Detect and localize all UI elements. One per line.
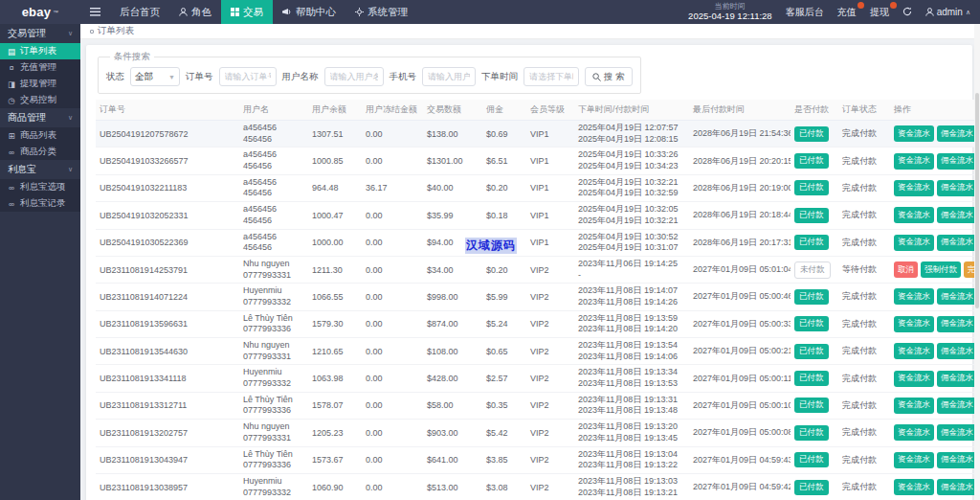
order-no-input[interactable] [219,67,277,86]
customer-service-link[interactable]: 客服后台 [786,6,824,19]
table-header-row: 订单号用户名用户余额用户冻结金额交易数额佣金会员等级下单时间/付款时间最后付款时… [96,100,980,121]
table-row: UB2311081913341118 Huyenmiu0777993332 10… [96,365,980,392]
commission-flow-button[interactable]: 佣金流水 [937,452,977,468]
withdraw-link[interactable]: 提现 [870,6,889,19]
sidebar-item-withdraw-management[interactable]: ◨ 提现管理 [0,76,80,92]
cell-commission: $6.51 [482,148,526,174]
cell-order-id: UB2504191207578672 [96,121,239,148]
funds-flow-button[interactable]: 资金流水 [894,125,934,142]
funds-flow-button[interactable]: 资金流水 [894,424,934,441]
cell-user-balance: 1000.47 [308,202,362,229]
cell-user-balance: 1211.30 [308,256,362,283]
funds-flow-button[interactable]: 资金流水 [894,235,934,251]
cell-order-pay-time: 2023年11月06日 19:14:25- [574,256,689,283]
chevron-down-icon: ∨ [68,114,73,122]
link-icon: ∞ [7,148,16,157]
table-row: UB2311081914253791 Nhu nguyen0777993331 … [96,256,980,283]
force-pay-button[interactable]: 强制付款 [921,261,961,278]
sidebar-item-recharge-management[interactable]: ¤ 充值管理 [0,59,80,76]
commission-flow-button[interactable]: 佣金流水 [937,288,977,305]
cell-trade-amount: $34.00 [423,256,482,283]
commission-flow-button[interactable]: 佣金流水 [937,125,977,142]
vertical-scrollbar[interactable] [974,24,980,500]
funds-flow-button[interactable]: 资金流水 [894,207,934,223]
funds-flow-button[interactable]: 资金流水 [894,398,934,414]
sidebar-group-trade-management[interactable]: 交易管理 ∨ [0,24,80,43]
sidebar-item-product-list[interactable]: ⊞ 商品列表 [0,127,80,144]
cell-paid-status: 已付款 [791,310,838,337]
cell-trade-amount: $903.00 [423,420,482,446]
clock-icon: ◷ [7,96,16,105]
sidebar-group-interest-treasure[interactable]: 利息宝 ∨ [0,160,80,179]
cell-frozen-amount: 0.00 [362,420,423,446]
cell-order-id: UB2311081913312711 [96,392,239,419]
chevron-down-icon: ∨ [68,30,73,37]
cell-vip-level: VIP2 [526,284,574,310]
cell-username: Lê Thùy Tiên0777993336 [239,310,308,337]
sidebar-item-interest-options[interactable]: ∞ 利息宝选项 [0,179,80,195]
nav-item-menu[interactable] [80,0,110,24]
column-header: 用户余额 [308,100,362,121]
orders-table: 订单号用户名用户余额用户冻结金额交易数额佣金会员等级下单时间/付款时间最后付款时… [96,100,980,500]
commission-flow-button[interactable]: 佣金流水 [937,398,977,414]
search-button[interactable]: 搜 索 [585,67,633,86]
nav-item-roles[interactable]: 角色 [169,0,221,24]
sidebar-item-order-list[interactable]: ▤ 订单列表 [0,43,80,59]
cell-frozen-amount: 0.00 [362,446,423,473]
sidebar-item-interest-records[interactable]: ∞ 利息宝记录 [0,195,80,212]
username-input[interactable] [324,67,384,86]
recharge-link[interactable]: 充值 [837,6,857,19]
nav-item-help-center[interactable]: 帮助中心 [273,0,345,24]
cell-last-pay-time: 2027年01月09日 05:00:46 [689,284,791,310]
funds-flow-button[interactable]: 资金流水 [894,180,934,196]
refresh-icon[interactable] [902,7,912,18]
commission-flow-button[interactable]: 佣金流水 [937,207,977,223]
cell-last-pay-time: 2027年01月09日 05:01:04 [689,256,791,283]
table-row: UB2311081913202757 Nhu nguyen0777993331 … [96,420,980,446]
status-select[interactable]: 全部 ▼ [130,67,180,86]
logo-text: ebay [22,5,51,19]
cell-order-status: 完成付款 [838,338,890,365]
cell-order-id: UB2311081914253791 [96,256,239,283]
commission-flow-button[interactable]: 佣金流水 [937,343,977,359]
table-row: UB2504191030522369 a456456456456 1000.00… [96,229,980,256]
nav-item-dashboard[interactable]: 后台首页 [110,0,169,24]
funds-flow-button[interactable]: 资金流水 [894,288,934,305]
cancel-order-button[interactable]: 取消 [894,261,918,278]
table-row: UB2311081913043947 Lê Thùy Tiên077799333… [96,446,980,473]
cell-paid-status: 已付款 [791,338,838,365]
paid-status-badge: 已付款 [794,344,829,359]
column-header: 订单状态 [838,100,890,121]
commission-flow-button[interactable]: 佣金流水 [937,371,977,387]
admin-menu[interactable]: admin ∧ [925,7,970,17]
phone-input[interactable] [422,67,476,86]
sidebar-item-trade-control[interactable]: ◷ 交易控制 [0,92,80,108]
cell-paid-status: 已付款 [791,174,838,201]
column-header: 用户冻结金额 [362,100,423,121]
funds-flow-button[interactable]: 资金流水 [894,153,934,170]
commission-flow-button[interactable]: 佣金流水 [937,180,977,196]
funds-flow-button[interactable]: 资金流水 [894,452,934,468]
commission-flow-button[interactable]: 佣金流水 [937,153,977,170]
cell-vip-level: VIP1 [526,121,574,148]
funds-flow-button[interactable]: 资金流水 [894,371,934,387]
commission-flow-button[interactable]: 佣金流水 [937,479,977,495]
user-icon [179,8,188,16]
funds-flow-button[interactable]: 资金流水 [894,343,934,359]
funds-flow-button[interactable]: 资金流水 [894,479,934,495]
commission-flow-button[interactable]: 佣金流水 [937,424,977,441]
cell-username: Huyenmiu0777993332 [239,473,308,500]
commission-flow-button[interactable]: 佣金流水 [937,235,977,251]
sidebar-item-product-category[interactable]: ∞ 商品分类 [0,144,80,160]
link-icon: ∞ [7,199,16,209]
cell-trade-amount: $1301.00 [423,148,482,174]
nav-item-system[interactable]: 系统管理 [345,0,417,24]
commission-flow-button[interactable]: 佣金流水 [937,316,977,332]
sidebar-group-product-management[interactable]: 商品管理 ∨ [0,108,80,127]
breadcrumb: 订单列表 [80,24,980,39]
scrollbar-thumb[interactable] [975,93,979,308]
funds-flow-button[interactable]: 资金流水 [894,316,934,332]
order-time-input[interactable] [523,67,579,86]
cell-commission: $0.18 [482,202,526,229]
nav-item-trade[interactable]: 交易 [221,0,273,24]
